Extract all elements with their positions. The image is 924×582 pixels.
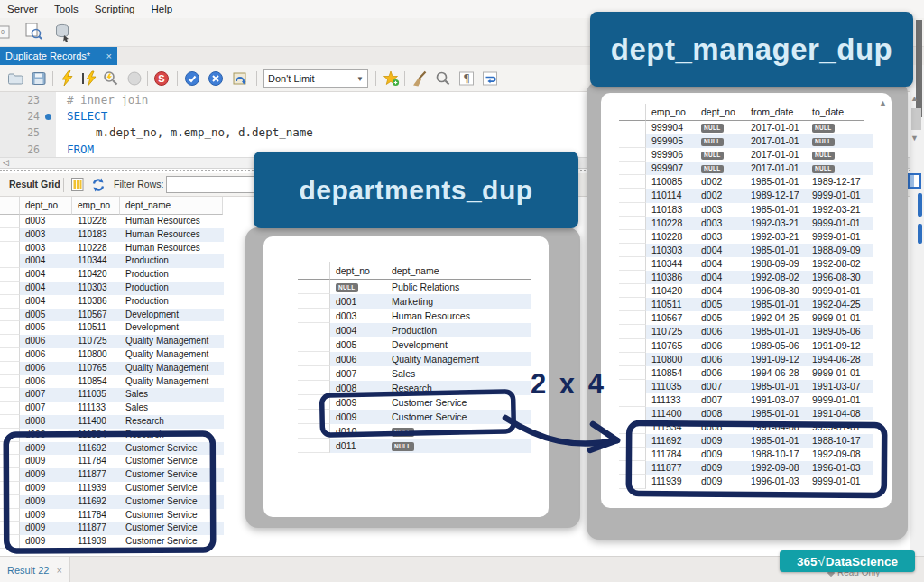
open-file-icon[interactable] [7, 70, 23, 87]
table-row[interactable]: d003110183Human Resources [0, 228, 224, 242]
grid-cell[interactable]: 111400 [72, 415, 120, 429]
grid-cell[interactable]: Quality Management [120, 375, 223, 389]
grid-cell[interactable]: Quality Management [120, 348, 223, 362]
limit-rows-dropdown[interactable]: Don't Limit ▼ [263, 69, 368, 88]
grid-cell[interactable]: d007 [20, 402, 72, 415]
grid-cell[interactable]: Research [120, 429, 223, 442]
grid-cell[interactable]: Customer Service [120, 535, 223, 549]
grid-cell[interactable]: d009 [20, 522, 72, 535]
grid-cell[interactable]: 110765 [72, 362, 120, 375]
grid-cell[interactable]: 110303 [72, 282, 120, 295]
grid-cell[interactable]: 111692 [72, 495, 120, 509]
grid-cell[interactable]: Human Resources [120, 242, 223, 255]
table-row[interactable]: d009111877Customer Service [0, 522, 224, 535]
row-selector[interactable] [0, 415, 20, 429]
grid-cell[interactable]: 110228 [72, 215, 120, 228]
row-selector[interactable] [0, 388, 20, 402]
toggle-autocommit-icon[interactable] [232, 70, 248, 87]
column-header[interactable]: dept_no [20, 197, 72, 215]
find-icon[interactable] [435, 70, 451, 87]
row-selector[interactable] [0, 509, 20, 522]
table-row[interactable]: d004110386Production [0, 295, 224, 309]
tab-result-22[interactable]: Result 22 × [0, 557, 70, 582]
save-snippet-icon[interactable] [383, 70, 399, 87]
table-row[interactable]: d009111692Customer Service [0, 442, 224, 456]
grid-cell[interactable]: d008 [20, 429, 72, 442]
row-selector[interactable] [0, 335, 20, 348]
table-row[interactable]: d004110344Production [0, 254, 224, 268]
stop-on-error-icon[interactable]: S [153, 70, 170, 87]
table-row[interactable]: d005110567Development [0, 309, 224, 322]
row-selector[interactable] [0, 535, 20, 549]
rollback-icon[interactable] [208, 70, 224, 87]
grid-cell[interactable]: d006 [20, 362, 72, 375]
grid-cell[interactable]: 110386 [72, 295, 120, 309]
grid-cell[interactable]: d004 [20, 295, 72, 309]
wrap-text-icon[interactable] [482, 70, 498, 87]
menu-item-tools[interactable]: Tools [54, 4, 79, 14]
execute-statement-icon[interactable] [81, 70, 97, 87]
row-selector[interactable] [0, 522, 20, 535]
table-row[interactable]: d003110228Human Resources [0, 242, 224, 255]
row-selector[interactable] [0, 309, 20, 322]
grid-cell[interactable]: Customer Service [120, 455, 223, 468]
side-panel-toggle[interactable] [918, 224, 922, 244]
column-header[interactable]: emp_no [72, 197, 120, 215]
grid-cell[interactable]: d005 [20, 321, 72, 335]
grid-cell[interactable]: 111877 [72, 522, 120, 535]
grid-cell[interactable]: d003 [20, 242, 72, 255]
explain-query-icon[interactable] [103, 70, 119, 87]
scroll-up-icon[interactable]: ▲ [910, 94, 919, 103]
grid-cell[interactable]: 110854 [72, 375, 120, 389]
row-selector[interactable] [0, 295, 20, 309]
grid-cell[interactable]: d004 [20, 268, 72, 282]
grid-cell[interactable]: 110725 [72, 335, 120, 348]
new-query-tab-icon[interactable] [25, 23, 43, 44]
grid-cell[interactable]: 111692 [72, 442, 120, 456]
grid-cell[interactable]: d003 [20, 215, 72, 228]
row-selector[interactable] [0, 375, 20, 389]
grid-cell[interactable]: d009 [20, 482, 72, 495]
grid-cell[interactable]: d009 [20, 468, 72, 482]
commit-icon[interactable] [184, 70, 200, 87]
grid-cell[interactable]: Human Resources [120, 228, 223, 242]
grid-cell[interactable]: Customer Service [120, 509, 223, 522]
row-selector[interactable] [0, 402, 20, 415]
grid-cell[interactable]: Production [120, 282, 223, 295]
grid-cell[interactable]: 111939 [72, 482, 120, 495]
grid-cell[interactable]: d009 [20, 495, 72, 509]
table-row[interactable]: d009111692Customer Service [0, 495, 224, 509]
table-row[interactable]: d006110800Quality Management [0, 348, 224, 362]
table-row[interactable]: d006110765Quality Management [0, 362, 224, 375]
grid-cell[interactable]: Customer Service [120, 495, 223, 509]
row-selector[interactable] [0, 242, 20, 255]
grid-cell[interactable]: d008 [20, 415, 72, 429]
table-row[interactable]: d004110303Production [0, 282, 224, 295]
row-selector[interactable] [0, 254, 20, 268]
grid-cell[interactable]: Customer Service [120, 522, 223, 535]
row-selector[interactable] [0, 482, 20, 495]
grid-cell[interactable]: d009 [20, 535, 72, 549]
show-invisibles-icon[interactable]: ¶ [458, 70, 475, 87]
row-selector[interactable] [0, 268, 20, 282]
result-tab-close-icon[interactable]: × [56, 565, 61, 576]
side-panel-toggle[interactable] [918, 193, 922, 217]
table-row[interactable]: d009111939Customer Service [0, 482, 224, 495]
grid-cell[interactable]: 111877 [72, 468, 120, 482]
grid-cell[interactable]: 110228 [72, 242, 120, 255]
column-header[interactable]: dept_name [120, 197, 223, 215]
table-row[interactable]: d008111400Research [0, 415, 224, 429]
grid-cell[interactable]: d009 [20, 442, 72, 456]
grid-cell[interactable]: 110420 [72, 268, 120, 282]
grid-cell[interactable]: 110567 [72, 309, 120, 322]
grid-cell[interactable]: Quality Management [120, 362, 223, 375]
menu-item-scripting[interactable]: Scripting [95, 4, 135, 14]
table-row[interactable]: d009111784Customer Service [0, 509, 224, 522]
row-selector[interactable] [0, 321, 20, 335]
grid-cell[interactable]: d004 [20, 282, 72, 295]
table-row[interactable]: d009111877Customer Service [0, 468, 224, 482]
grid-cell[interactable]: 110511 [72, 321, 120, 335]
grid-cell[interactable]: 111784 [72, 509, 120, 522]
grid-cell[interactable]: Production [120, 268, 223, 282]
grid-cell[interactable]: d006 [20, 375, 72, 389]
